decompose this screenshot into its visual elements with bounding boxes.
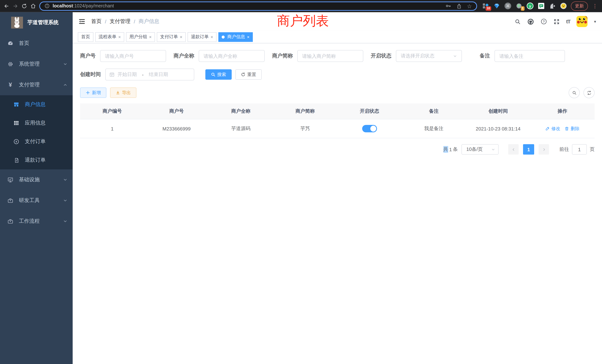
export-button[interactable]: 导出 (110, 87, 136, 98)
chevron-down-icon (63, 219, 67, 224)
status-toggle[interactable] (362, 125, 377, 132)
browser-menu-icon[interactable]: ⋮ (592, 3, 598, 9)
full-name-input[interactable] (199, 50, 265, 62)
app-title: 芋道管理系统 (27, 19, 59, 26)
browser-toolbar: localhost:1024/pay/merchant ☆ 10 ⌘ (0, 0, 602, 12)
extension-gem-icon[interactable] (493, 2, 500, 10)
briefcase-icon (7, 218, 13, 224)
profile-avatar-icon[interactable] (560, 2, 567, 10)
password-key-icon[interactable] (445, 3, 451, 9)
prev-page-button[interactable] (508, 144, 519, 155)
extension-circle-icon[interactable]: 1 (515, 2, 523, 10)
header-search-icon[interactable] (515, 18, 521, 25)
address-bar[interactable]: localhost:1024/pay/merchant ☆ (39, 1, 477, 11)
sidebar-item-dev-tools[interactable]: 研发工具 (0, 190, 73, 211)
sidebar-item-payment[interactable]: ¥ 支付管理 (0, 75, 73, 95)
goto-page-input[interactable] (572, 144, 587, 155)
tab-refund-order[interactable]: 退款订单× (188, 32, 216, 42)
pagination: 共 1 条 10条/页 1 (80, 144, 595, 155)
next-page-button[interactable] (539, 144, 549, 155)
font-size-icon[interactable]: tT (566, 19, 570, 24)
yen-circle-icon: ¥ (13, 139, 19, 145)
sidebar-item-merchant-info[interactable]: 商户信息 (0, 95, 73, 114)
document-icon (13, 157, 19, 163)
add-button[interactable]: 新增 (80, 87, 106, 98)
extension-y-icon[interactable]: y (526, 2, 534, 10)
refresh-button[interactable] (583, 87, 595, 98)
sidebar-item-workflow[interactable]: 工作流程 (0, 211, 73, 232)
tab-pay-order[interactable]: 支付订单× (157, 32, 186, 42)
url-text[interactable]: localhost:1024/pay/merchant (53, 3, 114, 9)
tab-merchant-info[interactable]: 商户信息× (218, 32, 253, 42)
cell-status (337, 125, 402, 132)
sidebar-item-infrastructure[interactable]: 基础设施 (0, 169, 73, 190)
short-name-input[interactable] (297, 50, 363, 62)
sidebar-item-refund-order[interactable]: 退款订单 (0, 151, 73, 169)
share-icon[interactable] (456, 3, 462, 9)
github-icon[interactable] (527, 18, 534, 25)
avatar-caret-icon[interactable]: ▾ (594, 19, 596, 24)
search-form-row-1: 商户号 商户全称 商户简称 开启状态 请选择开启状态 (80, 50, 595, 62)
sidebar-fold-icon[interactable] (79, 18, 85, 25)
home-icon[interactable] (30, 3, 36, 9)
tab-user-group[interactable]: 用户分组× (126, 32, 155, 42)
reload-icon[interactable] (22, 3, 27, 9)
chevron-down-icon (63, 198, 67, 203)
breadcrumb-home[interactable]: 首页 (91, 18, 102, 25)
sidebar-item-home[interactable]: 首页 (0, 33, 73, 54)
col-merchant-id: 商户编号 (80, 108, 144, 115)
close-icon[interactable]: × (247, 34, 249, 40)
merchant-table: 商户编号 商户号 商户全称 商户简称 开启状态 备注 创建时间 操作 1 M23… (80, 103, 595, 138)
toolbox-icon (7, 198, 13, 203)
tab-home[interactable]: 首页 (78, 32, 93, 42)
reset-button[interactable]: 重置 (235, 69, 262, 80)
breadcrumb-payment[interactable]: 支付管理 (110, 18, 130, 25)
bookmark-star-icon[interactable]: ☆ (467, 3, 472, 9)
remark-input[interactable] (494, 50, 565, 62)
full-name-label: 商户全称 (173, 53, 194, 59)
merchant-no-input[interactable] (100, 50, 166, 62)
close-icon[interactable]: × (149, 34, 152, 40)
table-row: 1 M233666999 芋道源码 芋艿 我是备注 2021-10-23 08:… (80, 119, 595, 138)
extension-chat-icon[interactable] (538, 2, 545, 10)
help-icon[interactable]: ? (541, 18, 547, 25)
status-select[interactable]: 请选择开启状态 (396, 50, 462, 62)
extensions-puzzle-icon[interactable] (549, 2, 556, 10)
sidebar-item-app-info[interactable]: 应用信息 (0, 114, 73, 132)
sidebar-logo[interactable]: 芋道管理系统 (0, 12, 73, 33)
tab-process-form[interactable]: 流程表单× (95, 32, 124, 42)
close-icon[interactable]: × (211, 34, 213, 40)
active-tab-dot (222, 35, 225, 38)
chevron-down-icon (63, 62, 67, 66)
delete-link[interactable]: 删除 (565, 126, 580, 132)
page-merchant-list: 商户号 商户全称 商户简称 开启状态 请选择开启状态 (73, 43, 602, 364)
edit-link[interactable]: 修改 (546, 126, 560, 132)
cell-merchant-no: M233666999 (144, 126, 209, 131)
sidebar-item-system[interactable]: 系统管理 (0, 54, 73, 75)
chevron-down-icon (453, 54, 457, 58)
col-created-at: 创建时间 (466, 108, 530, 115)
extension-command-icon[interactable]: ⌘ (504, 2, 512, 10)
close-icon[interactable]: × (180, 34, 182, 40)
forward-icon[interactable] (13, 3, 18, 9)
back-icon[interactable] (4, 3, 9, 9)
sidebar-item-pay-order[interactable]: ¥ 支付订单 (0, 132, 73, 151)
site-info-icon[interactable] (44, 3, 50, 9)
logo-rabbit-image (11, 17, 23, 29)
sidebar: 芋道管理系统 首页 系统管理 ¥ 支付管理 (0, 12, 73, 364)
page-1-button[interactable]: 1 (523, 144, 534, 155)
page-size-select[interactable]: 10条/页 (462, 144, 499, 155)
search-button[interactable]: 搜索 (205, 69, 232, 80)
user-avatar[interactable] (577, 16, 588, 27)
toggle-search-button[interactable] (569, 87, 580, 98)
start-date-placeholder: 开始日期 (118, 71, 137, 78)
form-item-create-time: 创建时间 开始日期 - 结束日期 (80, 69, 194, 80)
chrome-update-button[interactable]: 更新 (571, 1, 588, 11)
extension-blocks-icon[interactable]: 10 (482, 2, 489, 10)
fullscreen-icon[interactable] (554, 18, 560, 25)
close-icon[interactable]: × (118, 34, 121, 40)
breadcrumb-separator: / (134, 19, 135, 24)
cell-actions: 修改 删除 (530, 126, 595, 132)
date-range-picker[interactable]: 开始日期 - 结束日期 (105, 69, 194, 80)
annotation-merchant-list: 商户列表 (277, 12, 329, 30)
